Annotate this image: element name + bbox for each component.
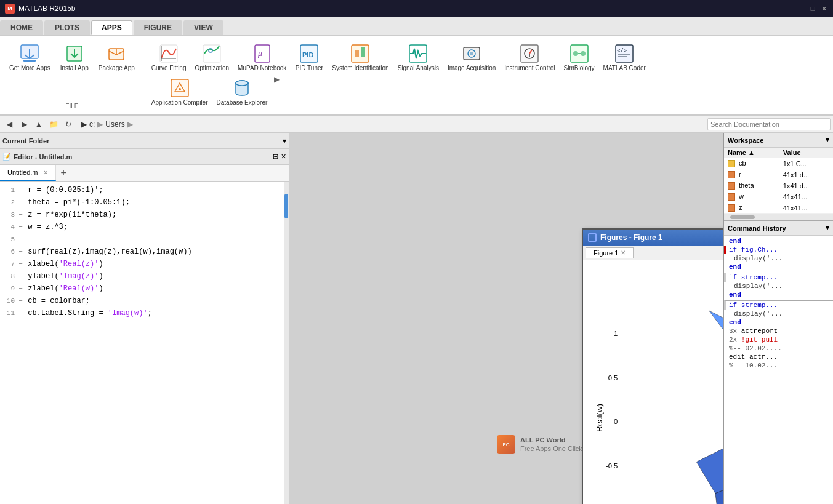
command-history-content: end if fig.Ch... display('... end if str… <box>724 236 833 504</box>
tab-home[interactable]: HOME <box>0 20 43 35</box>
figure-logo <box>588 233 597 242</box>
history-item-if1[interactable]: if fig.Ch... <box>724 246 833 254</box>
browse-button[interactable]: 📁 <box>47 118 60 131</box>
var-name-theta: theta <box>739 182 754 189</box>
signal-analysis-button[interactable]: Signal Analysis <box>393 41 443 75</box>
simbiology-button[interactable]: SimBiology <box>560 41 599 75</box>
var-name-w: w <box>739 193 744 200</box>
mupad-notebook-label: MuPAD Notebook <box>238 65 286 72</box>
title-bar-controls: ─ □ ✕ <box>797 4 828 13</box>
code-line-8: 8 – ylabel('Imag(z)') <box>0 270 284 282</box>
workspace-row-z[interactable]: z 41x41... <box>724 202 833 214</box>
ribbon-more-button[interactable]: ▶ <box>272 75 281 84</box>
editor-minimize[interactable]: ⊟ <box>273 153 278 161</box>
workspace-var-r: r <box>724 169 779 180</box>
command-history-options[interactable]: ▾ <box>826 224 829 232</box>
history-item-gitpull[interactable]: 2x !git pull <box>724 335 833 344</box>
optimization-button[interactable]: Optimization <box>190 41 233 75</box>
figure-tab-close[interactable]: ✕ <box>621 249 626 256</box>
svg-rect-2 <box>23 60 36 62</box>
history-item-end1[interactable]: end <box>724 237 833 246</box>
package-app-button[interactable]: Package App <box>94 41 139 100</box>
svg-marker-53 <box>709 311 723 386</box>
var-icon-w <box>728 193 735 201</box>
workspace-row-r[interactable]: r 41x1 d... <box>724 169 833 180</box>
tab-plots[interactable]: PLOTS <box>44 20 90 35</box>
workspace-row-w[interactable]: w 41x41... <box>724 191 833 202</box>
editor-header-left: 📝 Editor - Untitled.m <box>2 153 72 161</box>
editor-tab-untitled[interactable]: Untitled.m ✕ <box>0 165 56 181</box>
history-item-end3[interactable]: end <box>724 290 833 299</box>
workspace-val-z: 41x41... <box>779 202 833 214</box>
history-item-editactr[interactable]: edit actr... <box>724 353 833 361</box>
matlab-coder-button[interactable]: </> MATLAB Coder <box>599 41 650 75</box>
install-app-icon <box>65 44 84 63</box>
history-item-date1[interactable]: %-- 02.02.... <box>724 344 833 353</box>
middle-area: Figures - Figure 1 ? ─ □ ✕ Figure 1 ✕ <box>289 133 723 504</box>
history-item-end4[interactable]: end <box>724 318 833 327</box>
editor-close[interactable]: ✕ <box>281 153 286 161</box>
workspace-header: Workspace ▾ <box>724 133 833 148</box>
editor-tabs: Untitled.m ✕ + <box>0 165 289 182</box>
svg-rect-15 <box>355 50 359 57</box>
system-identification-button[interactable]: System Identification <box>328 41 393 75</box>
tab-figure[interactable]: FIGURE <box>134 20 182 35</box>
back-button[interactable]: ◀ <box>2 118 16 131</box>
history-item-if3[interactable]: if strcmp... <box>724 300 833 310</box>
minimize-button[interactable]: ─ <box>797 4 806 13</box>
curve-fitting-button[interactable]: Curve Fitting <box>147 41 191 75</box>
workspace-row-theta[interactable]: theta 1x41 d... <box>724 180 833 191</box>
breadcrumb: ▶ c: ▶ Users ▶ <box>76 120 138 129</box>
history-item-date2[interactable]: %-- 10.02... <box>724 361 833 370</box>
var-icon-r <box>728 171 735 178</box>
history-item-if2[interactable]: if strcmp... <box>724 273 833 282</box>
up-button[interactable]: ▲ <box>32 118 46 131</box>
workspace-table: Name ▲ Value cb 1x1 C... <box>724 148 833 214</box>
editor-scrollbar[interactable] <box>284 182 289 504</box>
get-more-apps-button[interactable]: Get More Apps <box>5 41 55 100</box>
ribbon-group-apps: Curve Fitting Optimization μ MuPAD Noteb… <box>143 38 698 112</box>
history-item-actreport[interactable]: 3x actreport <box>724 327 833 335</box>
database-explorer-button[interactable]: Database Explorer <box>212 75 272 110</box>
tab-apps[interactable]: APPS <box>91 20 132 35</box>
watermark-logo-text: PC <box>502 442 509 447</box>
current-folder-collapse[interactable]: ▾ <box>283 137 286 145</box>
workspace-scrollbar-thumb <box>730 215 755 219</box>
tab-view[interactable]: VIEW <box>183 20 223 35</box>
history-item-end2[interactable]: end <box>724 263 833 271</box>
code-editor[interactable]: 1 – r = (0:0.025:1)'; 2 – theta = pi*(-1… <box>0 182 284 504</box>
history-item-display2[interactable]: display('... <box>724 282 833 290</box>
mupad-notebook-button[interactable]: μ MuPAD Notebook <box>233 41 291 75</box>
history-item-display1[interactable]: display('... <box>724 254 833 263</box>
svg-text:1: 1 <box>614 330 618 337</box>
forward-button[interactable]: ▶ <box>17 118 31 131</box>
workspace-options[interactable]: ▾ <box>826 136 829 144</box>
figure-tab-1[interactable]: Figure 1 ✕ <box>586 247 634 258</box>
add-tab-button[interactable]: + <box>56 165 71 181</box>
maximize-button[interactable]: □ <box>808 4 817 13</box>
close-button[interactable]: ✕ <box>819 4 828 13</box>
breadcrumb-drive[interactable]: c: <box>89 120 95 129</box>
history-item-display3[interactable]: display('... <box>724 310 833 318</box>
svg-marker-70 <box>696 443 723 494</box>
figure-tab-label: Figure 1 <box>594 249 618 257</box>
workspace-row-cb[interactable]: cb 1x1 C... <box>724 158 833 169</box>
install-app-button[interactable]: Install App <box>56 41 93 100</box>
image-acquisition-button[interactable]: Image Acquisition <box>443 41 500 75</box>
refresh-button[interactable]: ↻ <box>62 118 75 131</box>
application-compiler-button[interactable]: Application Compiler <box>147 75 212 110</box>
code-line-6: 6 – surf(real(z),imag(z),real(w),imag(w)… <box>0 246 284 258</box>
svg-text:μ: μ <box>257 49 262 58</box>
search-documentation-input[interactable] <box>707 118 831 130</box>
pid-tuner-button[interactable]: PID PID Tuner <box>291 41 328 75</box>
editor-tab-close[interactable]: ✕ <box>43 169 48 176</box>
instrument-control-button[interactable]: Instrument Control <box>500 41 559 75</box>
toolbar-search-area <box>707 118 831 130</box>
figure-title: Figures - Figure 1 <box>600 233 662 242</box>
command-history-title: Command History <box>728 225 786 232</box>
breadcrumb-users[interactable]: Users <box>105 120 124 129</box>
workspace-val-cb: 1x1 C... <box>779 158 833 169</box>
workspace-scrollbar[interactable] <box>724 214 833 220</box>
install-app-label: Install App <box>60 65 89 72</box>
workspace-val-w: 41x41... <box>779 191 833 202</box>
